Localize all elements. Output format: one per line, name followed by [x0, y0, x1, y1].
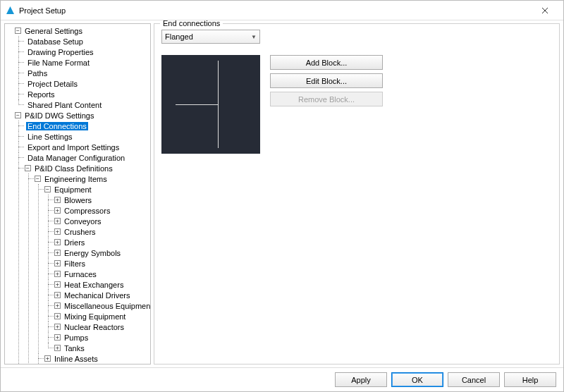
expand-icon[interactable]: +	[54, 218, 61, 224]
help-button[interactable]: Help	[504, 372, 556, 387]
tree-item-pid-dwg-settings[interactable]: −P&ID DWG Settings	[15, 110, 150, 121]
block-preview	[161, 55, 260, 154]
tree-item-energy-symbols[interactable]: +Energy Symbols	[54, 247, 150, 258]
tree-item-equipment[interactable]: −Equipment	[44, 184, 150, 195]
expand-icon[interactable]: +	[54, 302, 61, 309]
expand-icon[interactable]: +	[54, 239, 61, 245]
navigation-tree[interactable]: −General Settings Database Setup Drawing…	[4, 23, 151, 365]
dialog-footer: Apply OK Cancel Help	[1, 367, 563, 391]
tree-item-end-connections[interactable]: End Connections	[25, 121, 150, 131]
expand-icon[interactable]: +	[54, 260, 61, 267]
dialog-body: −General Settings Database Setup Drawing…	[1, 20, 563, 367]
tree-item-reports[interactable]: Reports	[25, 89, 150, 99]
app-icon	[5, 6, 15, 16]
cancel-button[interactable]: Cancel	[448, 372, 500, 387]
tree-item-pumps[interactable]: +Pumps	[54, 332, 150, 343]
svg-marker-0	[6, 6, 14, 14]
expand-icon[interactable]: +	[54, 324, 61, 330]
dialog-title: Project Setup	[19, 6, 531, 15]
expand-icon[interactable]: +	[54, 334, 61, 341]
expand-icon[interactable]: +	[54, 313, 61, 319]
tree-item-mechanical-drivers[interactable]: +Mechanical Drivers	[54, 290, 150, 300]
tree-item-crushers[interactable]: +Crushers	[54, 226, 150, 237]
collapse-icon[interactable]: −	[25, 165, 31, 171]
tree-item-pid-class-definitions[interactable]: −P&ID Class Definitions	[25, 163, 150, 173]
preview-vertical-line	[218, 61, 219, 148]
tree-item-tanks[interactable]: +Tanks	[54, 343, 150, 353]
title-bar: Project Setup	[1, 1, 563, 20]
tree-item-data-manager-configuration[interactable]: Data Manager Configuration	[25, 152, 150, 163]
tree-item-heat-exchangers[interactable]: +Heat Exchangers	[54, 279, 150, 290]
tree-item-instrumentation[interactable]: +Instrumentation	[44, 364, 150, 365]
collapse-icon[interactable]: −	[44, 186, 51, 192]
expand-icon[interactable]: +	[44, 355, 51, 362]
tree-item-filters[interactable]: +Filters	[54, 258, 150, 269]
dropdown-value: Flanged	[165, 32, 193, 41]
tree-item-furnaces[interactable]: +Furnaces	[54, 269, 150, 279]
remove-block-button: Remove Block...	[270, 92, 383, 106]
tree-item-blowers[interactable]: +Blowers	[54, 195, 150, 205]
add-block-button[interactable]: Add Block...	[270, 55, 383, 70]
tree-item-file-name-format[interactable]: File Name Format	[25, 57, 150, 68]
expand-icon[interactable]: +	[54, 228, 61, 235]
end-connections-group: End connections Flanged ▼	[154, 23, 560, 365]
expand-icon[interactable]: +	[54, 292, 61, 298]
tree-item-drawing-properties[interactable]: Drawing Properties	[25, 47, 150, 57]
collapse-icon[interactable]: −	[15, 27, 21, 34]
content-panel: End connections Flanged ▼	[154, 23, 560, 365]
chevron-down-icon: ▼	[251, 34, 257, 40]
preview-horizontal-line	[176, 104, 218, 105]
expand-icon[interactable]: +	[54, 207, 61, 214]
ok-button[interactable]: OK	[391, 372, 443, 387]
tree-item-miscellaneous-equipment[interactable]: +Miscellaneous Equipment	[54, 300, 150, 311]
tree-item-mixing-equipment[interactable]: +Mixing Equipment	[54, 311, 150, 321]
tree-item-inline-assets[interactable]: +Inline Assets	[44, 353, 150, 364]
dialog-window: Project Setup −General Settings Database…	[0, 0, 564, 392]
tree-item-compressors[interactable]: +Compressors	[54, 205, 150, 216]
groupbox-title: End connections	[160, 20, 223, 27]
tree-item-driers[interactable]: +Driers	[54, 237, 150, 247]
tree-item-line-settings[interactable]: Line Settings	[25, 131, 150, 142]
tree-item-engineering-items[interactable]: −Engineering Items	[35, 173, 150, 184]
tree-item-database-setup[interactable]: Database Setup	[25, 36, 150, 47]
tree-item-project-details[interactable]: Project Details	[25, 78, 150, 89]
collapse-icon[interactable]: −	[35, 176, 41, 182]
tree-item-shared-plant-content[interactable]: Shared Plant Content	[25, 99, 150, 110]
apply-button[interactable]: Apply	[335, 372, 387, 387]
tree-item-general-settings[interactable]: −General Settings	[15, 25, 150, 36]
expand-icon[interactable]: +	[54, 345, 61, 351]
tree-item-conveyors[interactable]: +Conveyors	[54, 216, 150, 226]
expand-icon[interactable]: +	[54, 281, 61, 288]
collapse-icon[interactable]: −	[15, 112, 21, 118]
tree-item-paths[interactable]: Paths	[25, 68, 150, 78]
expand-icon[interactable]: +	[54, 197, 61, 203]
tree-item-export-import-settings[interactable]: Export and Import Settings	[25, 142, 150, 152]
close-icon[interactable]	[531, 1, 559, 20]
expand-icon[interactable]: +	[54, 271, 61, 277]
end-connection-type-dropdown[interactable]: Flanged ▼	[161, 30, 260, 44]
edit-block-button[interactable]: Edit Block...	[270, 73, 383, 88]
expand-icon[interactable]: +	[54, 250, 61, 256]
tree-item-nuclear-reactors[interactable]: +Nuclear Reactors	[54, 321, 150, 332]
